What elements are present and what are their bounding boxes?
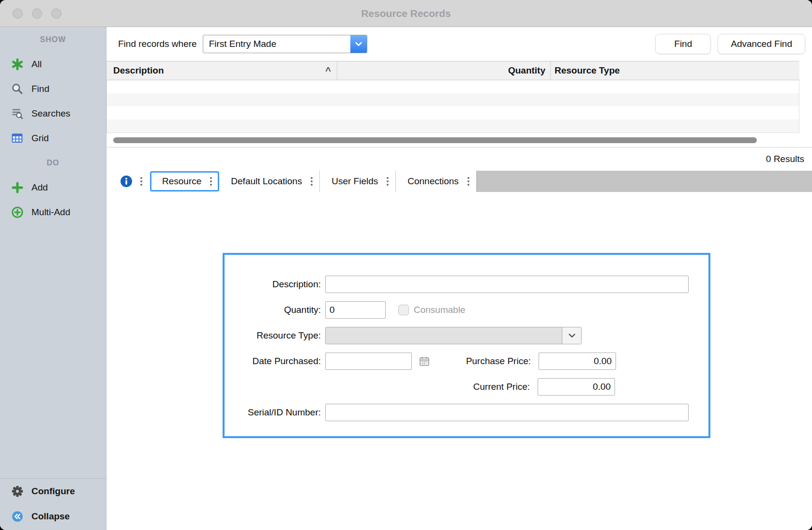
info-icon[interactable] <box>120 175 133 188</box>
grid-icon <box>11 132 24 145</box>
tab-label: Resource <box>162 176 201 187</box>
sidebar-item-label: Add <box>31 182 48 193</box>
column-label: Quantity <box>508 65 545 76</box>
column-header-resource-type[interactable]: Resource Type <box>551 61 799 80</box>
sidebar-item-label: Grid <box>31 133 49 144</box>
table-row <box>107 119 799 132</box>
horizontal-scrollbar <box>106 133 812 147</box>
quantity-label: Quantity: <box>225 305 321 315</box>
sidebar-item-grid[interactable]: Grid <box>0 126 106 150</box>
tab-label: User Fields <box>331 176 378 187</box>
find-field-dropdown[interactable]: First Entry Made <box>203 35 367 53</box>
window-title: Resource Records <box>0 8 812 19</box>
chevron-down-icon <box>567 330 577 341</box>
tab-bar-lead <box>106 171 150 192</box>
resource-type-value <box>326 327 562 344</box>
description-input[interactable] <box>325 276 689 293</box>
sidebar-footer: Configure Collapse <box>0 478 106 530</box>
dropdown-button[interactable] <box>350 35 367 53</box>
serial-id-row: Serial/ID Number: <box>225 404 708 421</box>
asterisk-icon <box>11 58 24 71</box>
sidebar-item-collapse[interactable]: Collapse <box>0 504 106 529</box>
quantity-row: Quantity: Consumable <box>225 301 708 319</box>
resource-form-panel: Description: Quantity: Consumable Resour… <box>223 253 710 438</box>
window-content: SHOW All Find <box>0 27 812 530</box>
current-price-input[interactable] <box>538 378 615 396</box>
date-purchased-row: Date Purchased: Purchase Price: <box>225 353 708 370</box>
table-row <box>107 93 799 106</box>
table-row <box>107 106 799 119</box>
find-bar: Find records where First Entry Made Find… <box>106 27 812 61</box>
sidebar-item-label: All <box>31 59 42 70</box>
tab-menu-dots-icon[interactable] <box>210 177 212 186</box>
gear-icon <box>11 485 24 498</box>
sidebar-item-label: Multi-Add <box>31 207 70 218</box>
date-purchased-label: Date Purchased: <box>225 356 321 367</box>
results-count-row: 0 Results <box>106 147 812 171</box>
sidebar-item-label: Searches <box>31 108 70 119</box>
serial-id-label: Serial/ID Number: <box>225 407 321 418</box>
resource-type-row: Resource Type: <box>225 327 708 344</box>
app-window: Resource Records SHOW All Find <box>0 0 812 530</box>
sidebar-item-label: Find <box>31 84 49 94</box>
purchase-price-input[interactable] <box>539 353 616 370</box>
purchase-price-label: Purchase Price: <box>436 356 531 367</box>
sidebar-item-find[interactable]: Find <box>0 76 106 101</box>
titlebar: Resource Records <box>0 0 812 27</box>
results-table-body <box>106 80 799 133</box>
dropdown-button[interactable] <box>562 327 581 344</box>
page-background: Resource Records SHOW All Find <box>0 0 812 530</box>
column-header-quantity[interactable]: Quantity <box>337 61 551 80</box>
advanced-find-button[interactable]: Advanced Find <box>718 34 805 54</box>
tab-resource[interactable]: Resource <box>150 171 219 191</box>
sidebar-section-show: SHOW <box>0 27 106 52</box>
tab-default-locations[interactable]: Default Locations <box>219 171 320 192</box>
tab-connections[interactable]: Connections <box>396 171 477 192</box>
current-price-label: Current Price: <box>225 382 530 392</box>
sidebar-item-searches[interactable]: Searches <box>0 101 106 126</box>
sidebar: SHOW All Find <box>0 27 106 530</box>
tab-menu-dots-icon[interactable] <box>387 177 389 186</box>
saved-searches-icon <box>11 107 24 120</box>
quantity-input[interactable] <box>325 301 386 319</box>
tab-bar: Resource Default Locations User Fields C… <box>106 171 812 192</box>
calendar-icon[interactable] <box>419 355 430 367</box>
date-purchased-input[interactable] <box>325 353 412 370</box>
resource-type-label: Resource Type: <box>225 330 321 341</box>
results-table-header: Description ^ Quantity Resource Type <box>106 61 799 80</box>
chevron-down-icon <box>353 39 364 49</box>
circle-plus-icon <box>11 206 24 219</box>
sidebar-item-all[interactable]: All <box>0 52 106 76</box>
results-count: 0 Results <box>766 154 804 164</box>
main-area: Find records where First Entry Made Find… <box>106 27 812 530</box>
sidebar-section-do: DO <box>0 150 106 175</box>
serial-id-input[interactable] <box>325 404 689 421</box>
plus-icon <box>11 181 24 194</box>
record-detail-area: Description: Quantity: Consumable Resour… <box>106 192 812 530</box>
tab-user-fields[interactable]: User Fields <box>320 171 396 192</box>
collapse-chevrons-icon <box>11 510 24 523</box>
column-header-description[interactable]: Description ^ <box>106 61 337 80</box>
consumable-label: Consumable <box>414 305 466 315</box>
scrollbar-thumb[interactable] <box>113 137 757 143</box>
tab-bar-filler <box>477 171 812 192</box>
table-row <box>107 80 799 93</box>
sidebar-item-label: Collapse <box>31 511 70 522</box>
consumable-checkbox[interactable] <box>398 305 409 315</box>
sidebar-item-label: Configure <box>31 486 75 497</box>
vertical-dots-icon[interactable] <box>140 177 142 186</box>
description-label: Description: <box>225 279 321 290</box>
sort-ascending-icon[interactable]: ^ <box>325 65 331 76</box>
tab-menu-dots-icon[interactable] <box>467 177 469 186</box>
sidebar-item-configure[interactable]: Configure <box>0 479 106 504</box>
find-button[interactable]: Find <box>655 34 711 54</box>
find-field-dropdown-value: First Entry Made <box>203 35 350 53</box>
column-label: Description <box>113 65 164 76</box>
sidebar-item-multi-add[interactable]: Multi-Add <box>0 200 106 224</box>
description-row: Description: <box>225 276 708 293</box>
tab-menu-dots-icon[interactable] <box>311 177 313 186</box>
resource-type-dropdown[interactable] <box>325 327 582 344</box>
find-records-where-label: Find records where <box>118 39 197 49</box>
column-label: Resource Type <box>555 65 620 76</box>
sidebar-item-add[interactable]: Add <box>0 175 106 200</box>
